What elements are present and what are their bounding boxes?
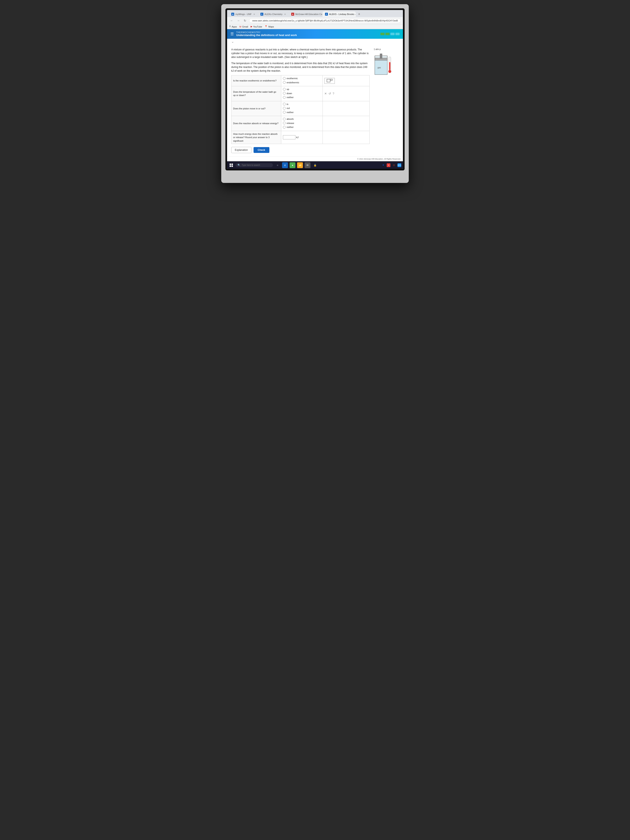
- answer-options-5: kJ: [281, 131, 322, 144]
- bookmark-youtube[interactable]: ▶ YouTube: [251, 25, 262, 28]
- dropbox-icon[interactable]: ✦: [381, 163, 385, 167]
- progress-block-2: [385, 33, 390, 35]
- new-tab-button[interactable]: +: [356, 11, 362, 17]
- radio-label-neither-4: neither: [287, 125, 294, 129]
- radio-exothermic[interactable]: exothermic: [283, 77, 321, 80]
- tab-label-mcgraw: McGraw-Hill Education Campus: [295, 13, 322, 16]
- radio-input-out[interactable]: [283, 107, 286, 110]
- action-icons-2: ✕ ↺ ?: [324, 92, 368, 96]
- bookmark-youtube-label: YouTube: [253, 25, 262, 28]
- taskbar-edge-icon[interactable]: e: [282, 162, 288, 168]
- radio-input-neither-2[interactable]: [283, 96, 286, 99]
- radio-up[interactable]: up: [283, 87, 321, 91]
- answer-options-4: absorb release neither: [281, 116, 322, 131]
- problem-paragraph-1: A mixture of gaseous reactants is put in…: [231, 48, 369, 59]
- radio-release[interactable]: release: [283, 122, 321, 125]
- right-col-1: [322, 76, 369, 86]
- tab-aleks-learn[interactable]: A ALEKS - Lindsay Brooks - Learn ✕: [322, 11, 356, 17]
- svg-rect-1: [330, 79, 332, 81]
- aleks-header: ☰ THERMOCHEMISTRY Understanding the defi…: [227, 29, 403, 39]
- tab-close-mywings[interactable]: ✕: [253, 13, 255, 16]
- tab-aleks-chem[interactable]: A ALEKs Chemistry ✕: [258, 11, 288, 17]
- close-icon: ✕: [324, 92, 327, 96]
- refresh-button[interactable]: ↻: [243, 18, 248, 23]
- tab-favicon-aleks-chem: A: [261, 13, 263, 16]
- tab-mcgraw[interactable]: M McGraw-Hill Education Campus ✕: [289, 11, 322, 17]
- address-input[interactable]: [249, 18, 401, 23]
- main-content: A mixture of gaseous reactants is put in…: [227, 44, 403, 156]
- question-label-1: Is the reaction exothermic or endothermi…: [232, 76, 281, 86]
- answer-box-1: [324, 78, 335, 84]
- radio-input-exothermic[interactable]: [283, 77, 286, 80]
- radio-out[interactable]: out: [283, 106, 321, 110]
- radio-input-neither-3[interactable]: [283, 111, 286, 114]
- problem-text-2: The temperature of the water bath is mon…: [231, 62, 369, 73]
- radio-endothermic[interactable]: endothermic: [283, 81, 321, 84]
- browser-chrome: W myWings - UNF ✕ A ALEKs Chemistry ✕ M …: [227, 10, 403, 29]
- taskbar-chrome-icon[interactable]: ●: [290, 162, 295, 168]
- start-button[interactable]: [229, 163, 234, 168]
- office-icon[interactable]: O: [392, 163, 396, 167]
- screen: W myWings - UNF ✕ A ALEKs Chemistry ✕ M …: [227, 10, 403, 169]
- bookmark-maps-label: Maps: [268, 25, 274, 28]
- gmail-icon: M: [239, 25, 241, 28]
- taskbar-lock-icon[interactable]: 🔒: [312, 162, 318, 168]
- radio-label-endothermic: endothermic: [287, 81, 299, 84]
- answer-options-1: exothermic endothermic: [281, 76, 322, 86]
- radio-label-neither-2: neither: [287, 96, 294, 99]
- taskbar-search[interactable]: 🔍: [235, 163, 273, 167]
- radio-input-in[interactable]: [283, 103, 286, 106]
- radio-input-down[interactable]: [283, 92, 286, 95]
- taskbar-mail-icon[interactable]: ✉: [305, 162, 310, 168]
- svg-rect-0: [327, 79, 330, 82]
- radio-neither-4[interactable]: neither: [283, 125, 321, 129]
- problem-paragraph-2: The temperature of the water bath is mon…: [231, 62, 369, 73]
- bookmarks-bar: ⠿ Apps M Gmail ▶ YouTube 📍 Maps: [227, 24, 403, 29]
- hamburger-menu[interactable]: ☰: [231, 32, 234, 36]
- question-label-4: Does the reaction absorb or release ener…: [232, 116, 281, 131]
- back-button[interactable]: ←: [229, 18, 234, 23]
- action-buttons: Explanation Check: [231, 147, 369, 153]
- radio-input-absorb[interactable]: [283, 118, 286, 120]
- taskbar-cortana-icon[interactable]: ○: [275, 162, 280, 168]
- radio-neither-3[interactable]: neither: [283, 111, 321, 114]
- tab-favicon-aleks-learn: A: [325, 13, 328, 16]
- answer-options-2: up down neither: [281, 86, 322, 101]
- table-row: Does the piston move in or out? in: [232, 101, 369, 116]
- energy-input[interactable]: [283, 135, 295, 139]
- question-label-5: How much energy does the reaction absorb…: [232, 131, 281, 144]
- radio-input-up[interactable]: [283, 88, 286, 91]
- bookmark-gmail-label: Gmail: [242, 25, 248, 28]
- tab-favicon-mcgraw: M: [291, 13, 294, 16]
- radio-label-neither-3: neither: [287, 111, 294, 114]
- svg-rect-7: [389, 62, 390, 71]
- check-button[interactable]: Check: [254, 147, 269, 153]
- radio-neither-2[interactable]: neither: [283, 96, 321, 99]
- tab-close-aleks-chem[interactable]: ✕: [284, 13, 286, 16]
- radio-absorb[interactable]: absorb: [283, 117, 321, 121]
- forward-button[interactable]: →: [236, 18, 241, 23]
- windows-icon: [230, 164, 233, 167]
- s-badge-icon[interactable]: S: [387, 163, 390, 167]
- bookmark-gmail[interactable]: M Gmail: [239, 25, 248, 28]
- explanation-button[interactable]: Explanation: [231, 147, 251, 153]
- taskbar-files-icon[interactable]: 📁: [297, 162, 303, 168]
- question-label-2: Does the temperature of the water bath g…: [232, 86, 281, 101]
- radio-down[interactable]: down: [283, 92, 321, 95]
- bookmark-maps[interactable]: 📍 Maps: [265, 25, 274, 28]
- undo-icon[interactable]: ↺: [328, 92, 331, 96]
- radio-input-release[interactable]: [283, 122, 286, 125]
- radio-in[interactable]: in: [283, 103, 321, 106]
- help-icon[interactable]: ?: [333, 92, 335, 96]
- spa-badge-icon[interactable]: BPA: [398, 163, 401, 167]
- tab-mywings[interactable]: W myWings - UNF ✕: [229, 11, 257, 17]
- radio-input-endothermic[interactable]: [283, 81, 286, 84]
- page-content: ☰ THERMOCHEMISTRY Understanding the defi…: [227, 29, 403, 161]
- radio-input-neither-4[interactable]: [283, 126, 286, 128]
- radio-label-out: out: [287, 106, 290, 110]
- bookmark-apps[interactable]: ⠿ Apps: [229, 25, 237, 28]
- dropdown-arrow[interactable]: ⌄: [227, 39, 403, 44]
- content-left: A mixture of gaseous reactants is put in…: [231, 48, 369, 153]
- taskbar-search-input[interactable]: [242, 164, 269, 166]
- radio-label-release: release: [287, 122, 294, 125]
